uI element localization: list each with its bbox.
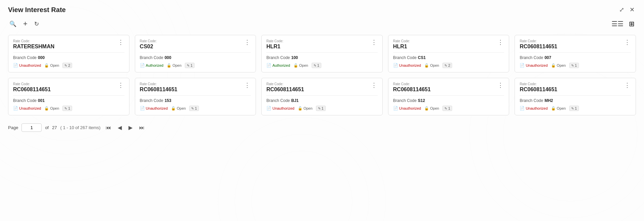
page-input[interactable] — [21, 123, 42, 132]
add-button[interactable]: + — [22, 18, 29, 30]
card-header: Rate Code: RC0608114651 ⋮ — [520, 82, 631, 93]
list-view-button[interactable]: ☰☰ — [610, 19, 625, 29]
card-footer: 📄 Authorized 🔓 Open ✎ 1 — [140, 63, 251, 68]
document-icon: 📄 — [393, 63, 398, 68]
status-item: 📄 Authorized — [140, 63, 164, 68]
status-badge: Unauthorized — [19, 106, 41, 110]
rate-code-value: RC0608114651 — [520, 87, 557, 92]
card-item[interactable]: Rate Code: HLR1 ⋮ Branch CodeCS1 📄 Unaut… — [388, 35, 509, 72]
card-footer: 📄 Unauthorized 🔓 Open ✎ 1 — [520, 106, 631, 111]
status-badge: Unauthorized — [146, 106, 168, 110]
next-page-button[interactable]: ▶ — [127, 124, 134, 131]
card-item[interactable]: Rate Code: RC0608114651 ⋮ Branch CodeMH2… — [515, 78, 636, 115]
lock-status: Open — [50, 106, 59, 110]
card-item[interactable]: Rate Code: RC0608114651 ⋮ Branch CodeBJ1… — [261, 78, 383, 115]
count-badge: ✎ 1 — [569, 106, 579, 111]
card-footer: 📄 Unauthorized 🔓 Open ✎ 2 — [13, 63, 124, 68]
toolbar: 🔍 + ↻ ☰☰ ⊞ — [8, 18, 636, 30]
lock-item: 🔓 Open — [293, 63, 308, 68]
card-item[interactable]: Rate Code: RC0608114651 ⋮ Branch Code001… — [8, 78, 129, 115]
count-value: 2 — [68, 63, 70, 67]
edit-icon: ✎ — [571, 64, 574, 67]
document-icon: 📄 — [13, 63, 18, 68]
card-item[interactable]: Rate Code: RATERESHMAN ⋮ Branch Code000 … — [8, 35, 129, 72]
edit-icon: ✎ — [314, 64, 316, 67]
card-menu-button[interactable]: ⋮ — [117, 39, 124, 45]
card-menu-button[interactable]: ⋮ — [624, 82, 631, 88]
prev-page-button[interactable]: ◀ — [116, 124, 123, 131]
rate-code-label: Rate Code: — [520, 82, 557, 86]
card-divider — [266, 95, 378, 96]
expand-button[interactable]: ⤢ — [618, 5, 626, 14]
rate-code-label: Rate Code: — [140, 82, 177, 86]
search-button[interactable]: 🔍 — [8, 19, 18, 29]
card-footer: 📄 Unauthorized 🔓 Open ✎ 1 — [140, 106, 251, 111]
document-icon: 📄 — [520, 106, 525, 111]
card-branch: Branch Code001 — [13, 98, 124, 103]
rate-code-value: CS02 — [140, 44, 153, 49]
card-menu-button[interactable]: ⋮ — [497, 39, 504, 45]
refresh-button[interactable]: ↻ — [33, 19, 40, 29]
first-page-button[interactable]: ⏮ — [104, 124, 113, 131]
count-badge: ✎ 1 — [569, 63, 579, 68]
card-menu-button[interactable]: ⋮ — [624, 39, 631, 45]
total-pages: 27 — [52, 125, 57, 130]
card-branch: Branch Code100 — [266, 55, 378, 60]
card-header: Rate Code: RC0608114651 ⋮ — [393, 82, 504, 93]
document-icon: 📄 — [140, 106, 145, 111]
rate-code-label: Rate Code: — [13, 82, 51, 86]
card-item[interactable]: Rate Code: RC0608114651 ⋮ Branch CodeS12… — [388, 78, 509, 115]
card-menu-button[interactable]: ⋮ — [244, 82, 251, 88]
card-item[interactable]: Rate Code: HLR1 ⋮ Branch Code100 📄 Autho… — [261, 35, 383, 72]
count-badge: ✎ 1 — [312, 63, 321, 68]
card-menu-button[interactable]: ⋮ — [497, 82, 504, 88]
card-branch: Branch CodeBJ1 — [266, 98, 378, 103]
edit-icon: ✎ — [444, 107, 447, 110]
lock-status: Open — [177, 106, 186, 110]
card-menu-button[interactable]: ⋮ — [244, 39, 251, 45]
of-label: of — [45, 125, 49, 130]
branch-code-value: S12 — [418, 98, 425, 103]
grid-view-button[interactable]: ⊞ — [628, 19, 636, 29]
edit-icon: ✎ — [444, 64, 447, 67]
lock-item: 🔓 Open — [167, 63, 181, 68]
page-title: View Interest Rate — [8, 6, 66, 14]
lock-item: 🔓 Open — [551, 106, 566, 111]
count-badge: ✎ 1 — [185, 63, 195, 68]
count-value: 1 — [575, 63, 577, 67]
rate-code-value: RC0608114651 — [520, 44, 557, 49]
last-page-button[interactable]: ⏭ — [138, 124, 146, 131]
rate-code-label: Rate Code: — [266, 82, 304, 86]
status-badge: Unauthorized — [526, 63, 547, 67]
card-divider — [140, 52, 251, 53]
card-header: Rate Code: RC0608114651 ⋮ — [266, 82, 378, 93]
close-button[interactable]: ✕ — [628, 5, 636, 14]
card-menu-button[interactable]: ⋮ — [370, 82, 378, 88]
card-branch: Branch Code007 — [520, 55, 631, 60]
card-item[interactable]: Rate Code: RC0608114651 ⋮ Branch Code007… — [515, 35, 636, 72]
card-branch: Branch CodeS12 — [393, 98, 504, 103]
status-badge: Unauthorized — [399, 106, 421, 110]
count-badge: ✎ 1 — [62, 106, 72, 111]
card-menu-button[interactable]: ⋮ — [117, 82, 124, 88]
card-menu-button[interactable]: ⋮ — [370, 39, 378, 45]
edit-icon: ✎ — [64, 64, 67, 67]
card-header: Rate Code: RC0608114651 ⋮ — [13, 82, 124, 93]
card-item[interactable]: Rate Code: CS02 ⋮ Branch Code000 📄 Autho… — [135, 35, 256, 72]
status-item: 📄 Unauthorized — [393, 63, 421, 68]
lock-status: Open — [299, 63, 308, 67]
lock-item: 🔓 Open — [44, 63, 59, 68]
count-badge: ✎ 1 — [189, 106, 199, 111]
status-badge: Unauthorized — [19, 63, 41, 67]
card-item[interactable]: Rate Code: RC0608114651 ⋮ Branch Code153… — [135, 78, 256, 115]
branch-code-value: 153 — [165, 98, 171, 103]
lock-icon: 🔓 — [44, 106, 49, 111]
count-value: 1 — [68, 106, 70, 110]
count-value: 1 — [195, 106, 197, 110]
status-item: 📄 Unauthorized — [13, 106, 41, 111]
edit-icon: ✎ — [571, 107, 574, 110]
rate-code-value: RC0608114651 — [140, 87, 177, 92]
document-icon: 📄 — [140, 63, 145, 68]
edit-icon: ✎ — [318, 107, 321, 110]
grid-view-icon: ⊞ — [629, 20, 635, 27]
